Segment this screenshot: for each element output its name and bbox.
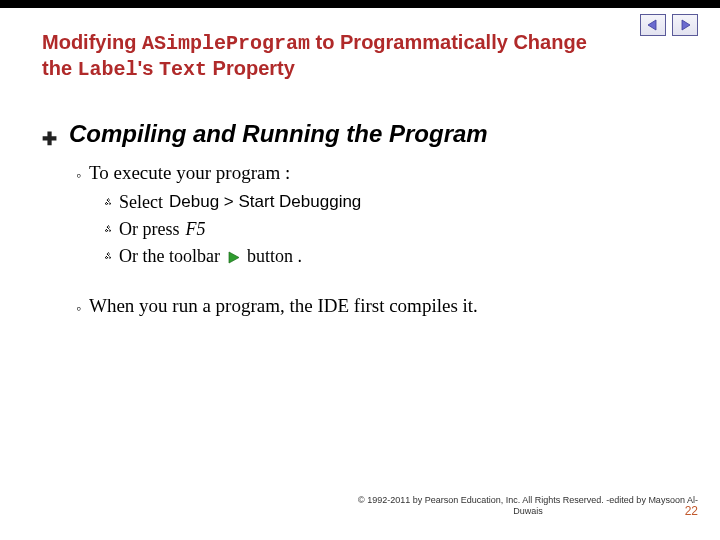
next-slide-button[interactable] bbox=[672, 14, 698, 36]
section-heading-line: ✚ Compiling and Running the Program bbox=[42, 120, 662, 148]
slide-nav bbox=[640, 14, 698, 36]
start-debug-toolbar-icon bbox=[226, 250, 241, 264]
svg-marker-0 bbox=[648, 20, 656, 30]
top-black-bar bbox=[0, 0, 720, 8]
arrow-right-icon bbox=[678, 19, 692, 31]
compile-note-text: When you run a program, the IDE first co… bbox=[89, 293, 478, 319]
link-bullet-icon: ༜ bbox=[104, 221, 111, 237]
exec-intro-text: To execute your program : bbox=[89, 160, 290, 186]
title-code-2: Label bbox=[78, 58, 138, 81]
select-path: Debug > Start Debugging bbox=[169, 192, 361, 212]
section-heading: Compiling and Running the Program bbox=[69, 120, 488, 148]
title-text-3: 's bbox=[138, 57, 159, 79]
title-code-3: Text bbox=[159, 58, 207, 81]
svg-marker-1 bbox=[682, 20, 690, 30]
title-text-4: Property bbox=[207, 57, 295, 79]
sub-item-execute: ◦ To execute your program : bbox=[76, 160, 662, 186]
arrow-left-icon bbox=[646, 19, 660, 31]
circle-bullet-icon: ◦ bbox=[76, 169, 81, 183]
sub-item-compile: ◦ When you run a program, the IDE first … bbox=[76, 293, 662, 319]
select-prefix: Select bbox=[119, 192, 163, 213]
link-bullet-icon: ༜ bbox=[104, 248, 111, 264]
press-key: F5 bbox=[186, 219, 206, 240]
title-text-1: Modifying bbox=[42, 31, 142, 53]
copyright-text: © 1992-2011 by Pearson Education, Inc. A… bbox=[358, 495, 698, 518]
link-bullet-icon: ༜ bbox=[104, 194, 111, 210]
sub-item-select: ༜ Select Debug > Start Debugging bbox=[104, 192, 662, 213]
slide-content: ✚ Compiling and Running the Program ◦ To… bbox=[42, 120, 662, 318]
sub-item-f5: ༜ Or press F5 bbox=[104, 219, 662, 240]
toolbar-suffix: button . bbox=[247, 246, 302, 267]
title-code-1: ASimpleProgram bbox=[142, 32, 310, 55]
slide-title: Modifying ASimpleProgram to Programmatic… bbox=[42, 30, 602, 82]
plus-bullet-icon: ✚ bbox=[42, 130, 57, 148]
press-prefix: Or press bbox=[119, 219, 180, 240]
sub-item-toolbar: ༜ Or the toolbar button . bbox=[104, 246, 662, 267]
page-number: 22 bbox=[685, 504, 698, 518]
prev-slide-button[interactable] bbox=[640, 14, 666, 36]
circle-bullet-icon: ◦ bbox=[76, 302, 81, 316]
slide-footer: © 1992-2011 by Pearson Education, Inc. A… bbox=[0, 495, 720, 518]
svg-marker-2 bbox=[229, 252, 239, 263]
toolbar-prefix: Or the toolbar bbox=[119, 246, 220, 267]
